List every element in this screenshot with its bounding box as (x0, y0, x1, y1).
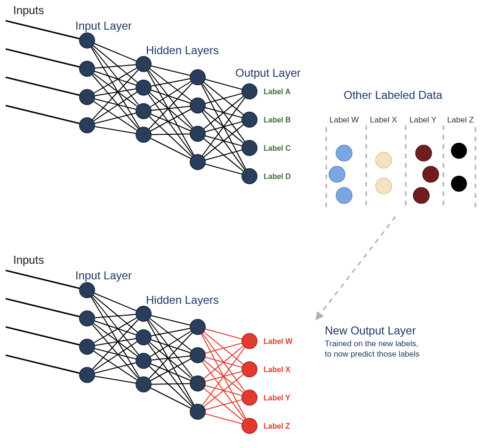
svg-line-1 (6, 49, 87, 69)
layer-hidden1 (136, 57, 151, 142)
svg-point-65 (242, 112, 257, 127)
svg-point-139 (136, 306, 151, 321)
svg-line-17 (87, 88, 144, 125)
svg-line-50 (198, 148, 249, 162)
new-output-label-x: Label X (264, 366, 290, 374)
svg-line-91 (87, 314, 144, 318)
svg-point-61 (190, 98, 205, 113)
svg-line-8 (87, 64, 144, 69)
new-output-label-y: Label Y (264, 394, 290, 402)
output-layer-title: Output Layer (235, 66, 301, 79)
bottom-network: Inputs Input Layer Hidden Layers (6, 253, 419, 433)
svg-line-35 (144, 135, 198, 162)
svg-line-86 (6, 355, 87, 375)
svg-line-36 (198, 77, 249, 91)
output-label-a: Label A (264, 88, 291, 96)
svg-line-18 (87, 111, 144, 125)
inputs-title-2: Inputs (13, 253, 44, 266)
svg-point-53 (80, 61, 95, 76)
svg-line-89 (87, 290, 144, 361)
svg-line-123 (198, 341, 249, 355)
svg-line-48 (198, 91, 249, 162)
svg-line-100 (87, 337, 144, 375)
svg-point-57 (136, 80, 151, 95)
svg-point-54 (80, 90, 95, 105)
col-label-x: Label X (370, 115, 397, 124)
svg-line-34 (144, 134, 198, 135)
edges-l2 (144, 64, 198, 162)
col-label-y: Label Y (410, 115, 436, 124)
svg-point-150 (242, 418, 257, 433)
new-output-label-z: Label Z (264, 422, 290, 430)
data-dots (329, 143, 467, 204)
svg-point-59 (136, 127, 151, 142)
svg-point-140 (136, 330, 151, 345)
output-label-b: Label B (264, 116, 291, 124)
svg-point-64 (242, 84, 257, 99)
hidden-layers-title: Hidden Layers (146, 44, 219, 57)
new-output-sub1: Trained on the new labels, (325, 339, 418, 348)
col-label-z: Label Z (447, 115, 474, 124)
output-label-c: Label C (264, 144, 291, 152)
svg-point-136 (80, 311, 95, 326)
svg-point-80 (413, 187, 429, 204)
svg-line-108 (144, 337, 198, 355)
svg-line-31 (144, 111, 198, 162)
svg-line-51 (198, 162, 249, 176)
svg-point-76 (376, 152, 392, 168)
layer-input (80, 33, 95, 133)
new-output-label-w: Label W (264, 337, 293, 345)
svg-line-102 (87, 375, 144, 384)
svg-point-56 (136, 57, 151, 72)
svg-line-87 (87, 290, 144, 314)
new-output-title: New Output Layer (325, 324, 416, 337)
svg-point-142 (136, 377, 151, 392)
hidden-layers-title-2: Hidden Layers (146, 293, 219, 306)
svg-line-19 (87, 125, 144, 135)
svg-point-67 (242, 169, 257, 184)
svg-point-141 (136, 353, 151, 368)
svg-line-117 (144, 383, 198, 384)
svg-line-90 (87, 290, 144, 384)
other-data-title: Other Labeled Data (344, 89, 442, 101)
svg-point-74 (329, 166, 345, 182)
svg-point-60 (190, 70, 205, 85)
svg-point-52 (80, 33, 95, 48)
svg-line-131 (198, 341, 249, 412)
svg-point-78 (416, 145, 432, 161)
svg-point-58 (136, 104, 151, 119)
svg-line-25 (144, 88, 198, 106)
svg-point-79 (423, 166, 439, 182)
svg-line-14 (87, 97, 144, 111)
svg-point-137 (80, 339, 95, 354)
svg-point-63 (190, 155, 205, 170)
svg-line-118 (144, 384, 198, 412)
svg-point-144 (190, 348, 205, 363)
svg-point-55 (80, 118, 95, 133)
svg-point-77 (376, 178, 392, 194)
input-lines (6, 21, 87, 125)
svg-point-148 (242, 362, 257, 377)
svg-point-146 (190, 404, 205, 419)
svg-line-3 (6, 106, 87, 125)
svg-point-81 (451, 143, 467, 159)
svg-point-82 (451, 176, 467, 192)
svg-line-119 (198, 327, 249, 341)
svg-point-73 (336, 145, 352, 161)
svg-line-84 (6, 299, 87, 318)
svg-line-7 (87, 41, 144, 135)
svg-line-2 (6, 77, 87, 97)
svg-point-147 (242, 334, 257, 349)
svg-line-133 (198, 398, 249, 412)
svg-point-62 (190, 126, 205, 141)
input-layer-title-2: Input Layer (75, 269, 132, 282)
svg-line-134 (198, 412, 249, 426)
svg-line-114 (144, 361, 198, 412)
new-output-sub2: to now predict those labels (325, 350, 419, 358)
inputs-title: Inputs (13, 4, 44, 16)
svg-point-135 (80, 283, 95, 298)
svg-line-40 (198, 91, 249, 106)
top-network: Inputs Input Layer Hidden Layers Output … (6, 4, 301, 184)
svg-point-138 (80, 367, 95, 383)
svg-line-6 (87, 41, 144, 111)
